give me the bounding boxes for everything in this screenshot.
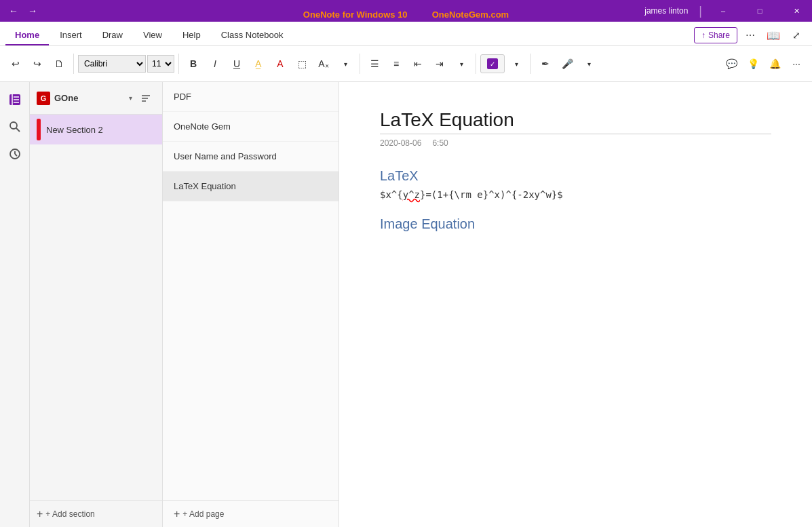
notebook-name: GOne	[54, 93, 125, 103]
tab-view[interactable]: View	[134, 26, 172, 45]
title-bar-right: james linton | – □ ✕	[644, 0, 812, 22]
add-section-button[interactable]: + + Add section	[30, 500, 162, 527]
section1-title: LaTeX	[380, 168, 771, 184]
title-bar: ← → OneNote for Windows 10 OneNoteGem.co…	[0, 0, 812, 22]
font-select[interactable]: Calibri	[78, 55, 146, 73]
tab-home[interactable]: Home	[5, 26, 49, 45]
page-time-value: 6:50	[432, 138, 448, 148]
close-button[interactable]: ✕	[781, 0, 812, 22]
tag-dropdown-button[interactable]: ▾	[506, 54, 526, 74]
notebooks-sidebar-icon[interactable]	[3, 87, 27, 112]
expand-icon: ⋯	[746, 30, 755, 41]
expand-ribbon-button[interactable]: ⋯	[740, 25, 760, 45]
add-section-icon: +	[37, 508, 43, 520]
latex-formula: $x^{y^z}=(1+{\rm e}^x)^{-2xy^w}$	[380, 189, 771, 200]
list-more-button[interactable]: ▾	[451, 54, 471, 74]
forward-button[interactable]: →	[24, 3, 41, 19]
mic-more-button[interactable]: ▾	[579, 54, 599, 74]
pen-button[interactable]: ✒	[535, 54, 556, 74]
bullet-list-button[interactable]: ☰	[364, 54, 385, 74]
indent-increase-button[interactable]: ⇥	[429, 54, 450, 74]
add-section-label: + Add section	[45, 509, 94, 519]
underline-button[interactable]: U	[227, 54, 247, 74]
sep5	[530, 54, 531, 74]
share-label: Share	[708, 31, 730, 40]
sep4	[476, 54, 476, 74]
formula-prefix: $x^{	[380, 189, 403, 200]
section-label: New Section 2	[46, 125, 103, 135]
svg-point-5	[10, 122, 17, 129]
checkbox-checked-icon: ✓	[487, 58, 498, 69]
tab-draw[interactable]: Draw	[93, 26, 132, 45]
search-sidebar-icon[interactable]	[3, 115, 27, 139]
notebook-header[interactable]: G GOne ▾	[30, 82, 162, 115]
font-color-button[interactable]: A	[270, 54, 290, 74]
font-format-button[interactable]: Aₓ	[313, 54, 334, 74]
bell-button[interactable]: 🔔	[765, 54, 785, 74]
page-onenote-gem[interactable]: OneNote Gem	[163, 112, 339, 142]
minimize-button[interactable]: –	[708, 0, 739, 22]
page-onenote-gem-label: OneNote Gem	[174, 121, 231, 132]
page-user-name-password-label: User Name and Password	[174, 151, 277, 161]
ribbon-tools: ↩ ↪ 🗋 Calibri 11 B I U A̲ A ⬚ Aₓ ▾ ☰ ≡ ⇤…	[0, 46, 812, 81]
section2-title: Image Equation	[380, 216, 771, 232]
pages-panel: PDF OneNote Gem User Name and Password L…	[163, 82, 339, 527]
bold-button[interactable]: B	[183, 54, 204, 74]
formula-error-span: y^z	[403, 189, 420, 200]
tab-class-notebook[interactable]: Class Notebook	[212, 26, 293, 45]
back-button[interactable]: ←	[5, 3, 22, 19]
formula-suffix: }=(1+{\rm e}^x)^{-2xy^w}$	[420, 189, 563, 200]
add-page-icon: +	[174, 508, 180, 520]
font-size-select[interactable]: 11	[147, 55, 174, 73]
main-area: G GOne ▾ New Section 2 + + Add section P…	[0, 82, 812, 527]
section-new-section-2[interactable]: New Section 2	[30, 115, 162, 144]
title-bar-left: ← →	[5, 3, 41, 19]
sidebar-icons	[0, 82, 30, 527]
sort-button[interactable]	[136, 89, 155, 108]
undo-button[interactable]: ↩	[5, 54, 26, 74]
share-icon: ↑	[701, 31, 705, 40]
notebook-icon: G	[37, 92, 50, 105]
page-user-name-password[interactable]: User Name and Password	[163, 142, 339, 172]
notebook-dropdown-arrow[interactable]: ▾	[129, 94, 132, 102]
add-page-button[interactable]: + + Add page	[163, 500, 339, 527]
search-button[interactable]: 💬	[721, 54, 741, 74]
watermark-text: OneNoteGem.com	[432, 9, 509, 20]
page-date-value: 2020-08-06	[380, 138, 421, 148]
section-color-indicator	[37, 119, 41, 140]
more-options-button[interactable]: ···	[786, 54, 807, 74]
share-button[interactable]: ↑ Share	[694, 27, 737, 43]
history-sidebar-icon[interactable]	[3, 142, 27, 166]
highlight-button[interactable]: A̲	[248, 54, 269, 74]
page-metadata: 2020-08-06 6:50	[380, 138, 771, 148]
redo-button[interactable]: ↪	[27, 54, 47, 74]
sep2	[178, 54, 179, 74]
eraser-button[interactable]: ⬚	[292, 54, 312, 74]
page-latex-equation-label: LaTeX Equation	[174, 181, 236, 191]
svg-line-9	[15, 154, 17, 156]
full-screen-button[interactable]: ⤢	[786, 25, 807, 45]
tag-checkbox-button[interactable]: ✓	[480, 54, 505, 73]
tab-help[interactable]: Help	[173, 26, 210, 45]
content-area[interactable]: LaTeX Equation 2020-08-06 6:50 LaTeX $x^…	[339, 82, 812, 527]
numbered-list-button[interactable]: ≡	[386, 54, 406, 74]
font-more-button[interactable]: ▾	[335, 54, 355, 74]
italic-button[interactable]: I	[205, 54, 225, 74]
indent-decrease-button[interactable]: ⇤	[408, 54, 428, 74]
lightbulb-button[interactable]: 💡	[743, 54, 763, 74]
notebook-panel: G GOne ▾ New Section 2 + + Add section	[30, 82, 163, 527]
mic-button[interactable]: 🎤	[557, 54, 577, 74]
ribbon: Home Insert Draw View Help Class Noteboo…	[0, 22, 812, 82]
paper-button[interactable]: 🗋	[49, 54, 69, 74]
immersive-reader-button[interactable]: 📖	[763, 25, 784, 45]
watermark: OneNote for Windows 10 OneNoteGem.com	[303, 9, 509, 20]
title-separator: |	[699, 4, 702, 18]
page-pdf[interactable]: PDF	[163, 82, 339, 112]
svg-line-6	[16, 128, 20, 132]
maximize-button[interactable]: □	[744, 0, 775, 22]
page-latex-equation[interactable]: LaTeX Equation	[163, 172, 339, 201]
page-title: LaTeX Equation	[380, 109, 771, 134]
app-title: OneNote for Windows 10	[303, 9, 408, 20]
sep1	[73, 54, 74, 74]
tab-insert[interactable]: Insert	[50, 26, 92, 45]
